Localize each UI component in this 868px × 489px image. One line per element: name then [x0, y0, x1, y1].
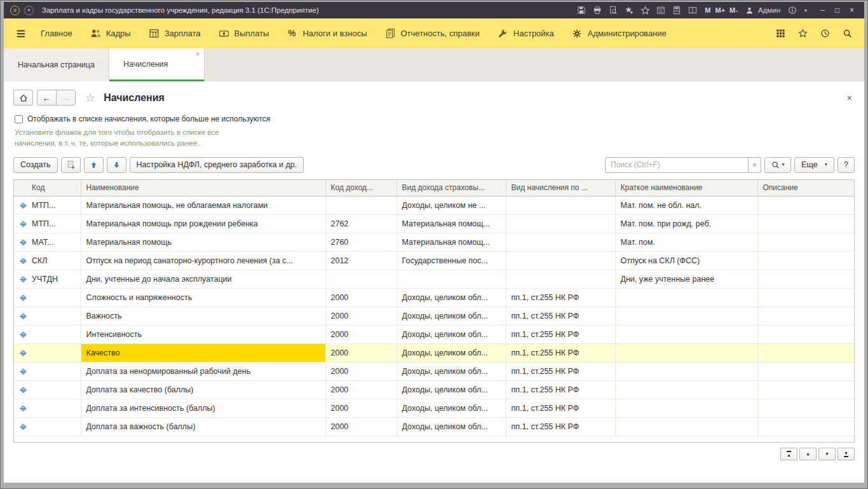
cell[interactable]: пп.1, ст.255 НК РФ — [506, 362, 615, 381]
cell[interactable]: 2000 — [325, 307, 397, 326]
column-header-1[interactable]: Код — [14, 180, 81, 196]
cell[interactable]: Материальная помощь — [81, 233, 325, 252]
search-clear-icon[interactable]: × — [749, 157, 761, 173]
menu-item-8[interactable]: Администрирование — [563, 18, 675, 48]
cell[interactable]: Мат. пом. — [615, 233, 757, 252]
cell[interactable] — [757, 326, 855, 344]
table-row-11[interactable]: Доплата за качество (баллы)2000Доходы, ц… — [14, 381, 855, 399]
table-row-9[interactable]: Качество2000Доходы, целиком обл...пп.1, … — [14, 344, 855, 362]
info-icon[interactable] — [787, 5, 797, 15]
cell[interactable]: 2000 — [325, 418, 397, 436]
calculator-icon[interactable] — [672, 5, 682, 15]
move-down-button[interactable] — [107, 157, 126, 173]
cell[interactable] — [615, 399, 757, 418]
cell[interactable] — [506, 252, 615, 270]
create-button[interactable]: Создать — [13, 157, 58, 173]
cell[interactable] — [325, 270, 397, 289]
ndfl-settings-button[interactable]: Настройка НДФЛ, среднего заработка и др. — [130, 157, 304, 173]
cell[interactable] — [506, 196, 615, 215]
cell[interactable] — [757, 270, 855, 289]
cell-code[interactable] — [14, 326, 81, 344]
minimize-button[interactable]: – — [817, 4, 829, 16]
cell[interactable]: Доходы, целиком обл... — [397, 344, 506, 362]
memory-button-2[interactable]: M+ — [715, 6, 726, 14]
cell-code[interactable]: УЧТДН — [14, 270, 81, 289]
cell-code[interactable]: МАТ... — [14, 233, 81, 252]
add-favorite-icon[interactable] — [624, 5, 634, 15]
help-button[interactable]: ? — [837, 157, 855, 173]
cell[interactable]: 2760 — [325, 233, 397, 252]
cell[interactable]: 2000 — [325, 326, 397, 344]
cell-code[interactable]: МТП... — [14, 215, 81, 233]
cell[interactable]: Доходы, целиком не ... — [397, 196, 506, 215]
cell[interactable] — [757, 196, 855, 215]
table-row-3[interactable]: МАТ...Материальная помощь2760Материальна… — [14, 233, 855, 252]
cell[interactable]: Доходы, целиком обл... — [397, 418, 506, 436]
tab-close-icon[interactable]: × — [196, 51, 200, 58]
cell[interactable]: Отпуск на СКЛ (ФСС) — [615, 252, 757, 270]
current-user-button[interactable]: Админ — [745, 5, 780, 15]
cell[interactable]: Интенсивность — [81, 326, 325, 344]
show-unused-checkbox[interactable] — [15, 115, 23, 123]
add-to-favorites-star-icon[interactable]: ☆ — [85, 91, 95, 105]
split-window-icon[interactable] — [688, 5, 698, 15]
cell[interactable]: Важность — [81, 307, 325, 326]
cell[interactable] — [757, 381, 855, 399]
cell[interactable] — [615, 344, 757, 362]
cell[interactable]: пп.1, ст.255 НК РФ — [506, 307, 615, 326]
cell[interactable]: 2000 — [325, 289, 397, 307]
cell[interactable] — [615, 418, 757, 436]
cell[interactable]: 2000 — [325, 362, 397, 381]
cell[interactable]: Доходы, целиком обл... — [397, 399, 506, 418]
cell-code[interactable] — [14, 381, 81, 399]
cell[interactable]: Мат. пом. при рожд. реб. — [615, 215, 757, 233]
cell[interactable]: Доходы, целиком обл... — [397, 307, 506, 326]
search-options-button[interactable]: ▾ — [764, 157, 791, 173]
table-row-1[interactable]: МТП...Материальная помощь, не облагаемая… — [14, 196, 855, 215]
cell[interactable] — [615, 381, 757, 399]
cell[interactable]: 2012 — [325, 252, 397, 270]
menu-item-7[interactable]: Настройка — [489, 18, 563, 48]
cell[interactable]: пп.1, ст.255 НК РФ — [506, 418, 615, 436]
column-header-4[interactable]: Вид дохода страховы... — [397, 180, 506, 196]
cell[interactable] — [757, 289, 855, 307]
apps-icon[interactable] — [775, 28, 786, 39]
cell[interactable] — [506, 233, 615, 252]
cell[interactable]: Дни, учтенные до начала эксплуатации — [81, 270, 325, 289]
cell-code[interactable] — [14, 344, 81, 362]
cell[interactable]: 2000 — [325, 381, 397, 399]
cell[interactable]: Отпуск на период санаторно-курортного ле… — [81, 252, 325, 270]
cell[interactable]: пп.1, ст.255 НК РФ — [506, 399, 615, 418]
go-last-row-button[interactable]: ▼ — [837, 448, 855, 460]
cell-code[interactable]: СКЛ — [14, 252, 81, 270]
favorites-star-icon[interactable] — [640, 5, 650, 15]
cell[interactable] — [325, 196, 397, 215]
go-prev-row-button[interactable]: ▲ — [799, 448, 817, 460]
cell[interactable]: Материальная помощь при рождении ребенка — [81, 215, 325, 233]
table-row-6[interactable]: Сложность и напряженность2000Доходы, цел… — [14, 289, 855, 307]
cell-code[interactable] — [14, 362, 81, 381]
search-input[interactable] — [605, 157, 749, 173]
table-row-12[interactable]: Доплата за интенсивность (баллы)2000Дохо… — [14, 399, 855, 418]
app-menu-button[interactable]: ≡ — [10, 6, 20, 15]
column-header-2[interactable]: Наименование — [81, 180, 325, 196]
go-next-row-button[interactable]: ▼ — [818, 448, 836, 460]
menu-item-4[interactable]: Выплаты — [210, 18, 278, 48]
cell[interactable]: Мат. пом. не обл. нал. — [615, 196, 757, 215]
cell[interactable]: Доплата за ненормированный рабочий день — [81, 362, 325, 381]
cell[interactable]: Сложность и напряженность — [81, 289, 325, 307]
memory-button-3[interactable]: M- — [729, 6, 738, 14]
move-up-button[interactable] — [84, 157, 104, 173]
cell[interactable]: пп.1, ст.255 НК РФ — [506, 326, 615, 344]
back-button[interactable]: ← — [37, 90, 57, 106]
cell-code[interactable] — [14, 418, 81, 436]
cell[interactable]: Доплата за качество (баллы) — [81, 381, 325, 399]
cell-code[interactable] — [14, 307, 81, 326]
cell[interactable]: Материальная помощь, не облагаемая налог… — [81, 196, 325, 215]
cell[interactable]: Доплата за интенсивность (баллы) — [81, 399, 325, 418]
home-button[interactable] — [13, 90, 33, 106]
table-row-2[interactable]: МТП...Материальная помощь при рождении р… — [14, 215, 855, 233]
print-icon[interactable] — [592, 5, 602, 15]
cell[interactable]: Доходы, целиком обл... — [397, 289, 506, 307]
service-menu-button[interactable]: ▾ — [24, 6, 34, 15]
